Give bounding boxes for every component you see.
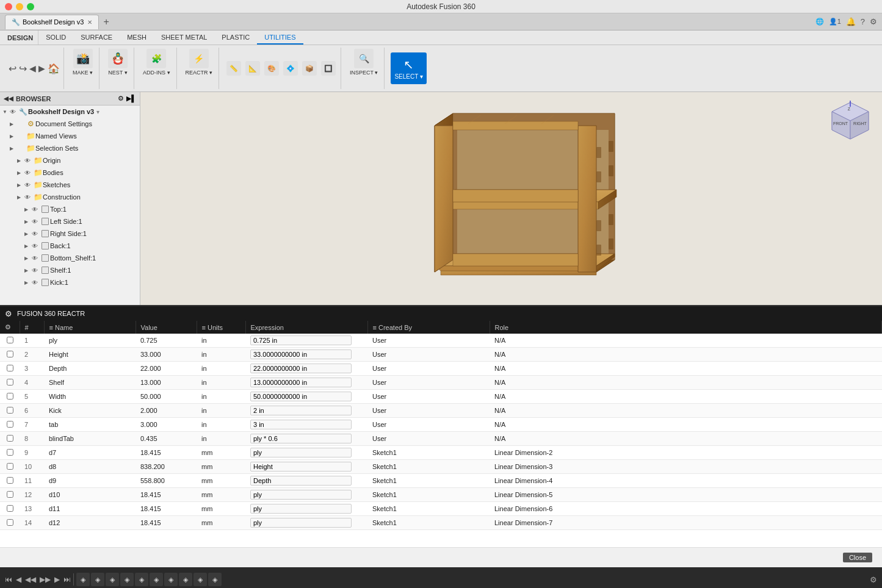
table-row[interactable]: 2 Height 33.000 in User N/A — [0, 348, 882, 362]
table-row[interactable]: 11 d9 558.800 mm Sketch1 Linear Dimensio… — [0, 474, 882, 488]
timeline-btn-8[interactable]: ◈ — [179, 573, 192, 586]
browser-item-shelf1[interactable]: ▶ 👁 Shelf:1 — [0, 264, 140, 276]
doc-tab[interactable]: 🔧 Bookshelf Design v3 ✕ — [5, 15, 99, 29]
browser-item-construction[interactable]: ▶ 👁 📁 Construction — [0, 191, 140, 203]
row-checkbox[interactable] — [0, 404, 20, 418]
timeline-btn-3[interactable]: ◈ — [106, 573, 119, 586]
table-row[interactable]: 6 Kick 2.000 in User N/A — [0, 404, 882, 418]
utility-btn-2[interactable]: 📐 — [244, 60, 261, 77]
table-row[interactable]: 14 d12 18.415 mm Sketch1 Linear Dimensio… — [0, 516, 882, 530]
browser-item-kick1[interactable]: ▶ 👁 Kick:1 — [0, 276, 140, 289]
row-expression[interactable] — [245, 474, 367, 488]
select-button[interactable]: ↖ SELECT ▾ — [391, 52, 427, 84]
row-checkbox[interactable] — [0, 488, 20, 502]
browser-item-bodies[interactable]: ▶ 👁 📁 Bodies — [0, 167, 140, 179]
table-row[interactable]: 3 Depth 22.000 in User N/A — [0, 362, 882, 376]
timeline-btn-5[interactable]: ◈ — [135, 573, 148, 586]
table-row[interactable]: 10 d8 838.200 mm Sketch1 Linear Dimensio… — [0, 460, 882, 474]
close-button[interactable] — [5, 3, 12, 10]
row-expression[interactable] — [245, 488, 367, 502]
play-prev-icon[interactable]: ◀ — [16, 575, 21, 584]
table-row[interactable]: 9 d7 18.415 mm Sketch1 Linear Dimension-… — [0, 446, 882, 460]
browser-root[interactable]: ▼ 👁 🔧 Bookshelf Design v3 ▾ — [0, 106, 140, 118]
row-expression[interactable] — [245, 404, 367, 418]
viewcube[interactable]: Z FRONT RIGHT — [826, 99, 875, 142]
row-expression[interactable] — [245, 516, 367, 530]
row-expression[interactable] — [245, 502, 367, 516]
utility-btn-5[interactable]: 📦 — [301, 60, 318, 77]
row-checkbox[interactable] — [0, 390, 20, 404]
utility-btn-4[interactable]: 💠 — [282, 60, 299, 77]
row-checkbox[interactable] — [0, 516, 20, 530]
row-checkbox[interactable] — [0, 446, 20, 460]
timeline-btn-10[interactable]: ◈ — [208, 573, 222, 586]
play-back-icon[interactable]: ◀◀ — [25, 575, 36, 584]
table-row[interactable]: 13 d11 18.415 mm Sketch1 Linear Dimensio… — [0, 502, 882, 516]
row-checkbox[interactable] — [0, 502, 20, 516]
table-row[interactable]: 7 tab 3.000 in User N/A — [0, 418, 882, 432]
timeline-settings-icon[interactable]: ⚙ — [870, 575, 877, 584]
close-parameters-button[interactable]: Close — [843, 553, 872, 562]
row-expression[interactable] — [245, 348, 367, 362]
tab-mesh[interactable]: MESH — [120, 30, 154, 45]
browser-back-icon[interactable]: ◀◀ — [4, 95, 13, 102]
reactr-button[interactable]: ⚡ REACTR ▾ — [184, 48, 214, 77]
tab-utilities[interactable]: UTILITIES — [257, 30, 303, 45]
table-row[interactable]: 12 d10 18.415 mm Sketch1 Linear Dimensio… — [0, 488, 882, 502]
maximize-button[interactable] — [27, 3, 34, 10]
timeline-btn-4[interactable]: ◈ — [120, 573, 134, 586]
help-icon[interactable]: ? — [861, 17, 865, 26]
nest-button[interactable]: 🪆 NEST ▾ — [107, 48, 129, 77]
make-button[interactable]: 📸 MAKE ▾ — [71, 48, 94, 77]
play-start-icon[interactable]: ⏮ — [5, 575, 12, 584]
play-next-icon[interactable]: ▶ — [54, 575, 60, 584]
row-checkbox[interactable] — [0, 432, 20, 446]
row-expression[interactable] — [245, 446, 367, 460]
browser-item-rightside1[interactable]: ▶ 👁 Right Side:1 — [0, 228, 140, 240]
row-expression[interactable] — [245, 390, 367, 404]
browser-item-doc-settings[interactable]: ▶ 👁 ⚙ Document Settings — [0, 118, 140, 130]
tab-surface[interactable]: SURFACE — [73, 30, 120, 45]
play-end-icon[interactable]: ⏭ — [63, 575, 71, 584]
row-checkbox[interactable] — [0, 362, 20, 376]
row-checkbox[interactable] — [0, 460, 20, 474]
timeline-btn-6[interactable]: ◈ — [150, 573, 163, 586]
browser-settings-icon[interactable]: ⚙ — [118, 95, 124, 102]
row-expression[interactable] — [245, 376, 367, 390]
browser-item-leftside1[interactable]: ▶ 👁 Left Side:1 — [0, 215, 140, 228]
row-checkbox[interactable] — [0, 376, 20, 390]
play-forward-icon[interactable]: ▶▶ — [40, 575, 51, 584]
browser-item-selection-sets[interactable]: ▶ 👁 📁 Selection Sets — [0, 142, 140, 154]
viewport[interactable]: Z FRONT RIGHT — [140, 92, 882, 305]
row-expression[interactable] — [245, 418, 367, 432]
browser-item-top1[interactable]: ▶ 👁 Top:1 — [0, 203, 140, 215]
row-checkbox[interactable] — [0, 334, 20, 348]
table-row[interactable]: 5 Width 50.000 in User N/A — [0, 390, 882, 404]
utility-btn-1[interactable]: 📏 — [225, 60, 242, 77]
undo-icon[interactable]: ↩ — [9, 63, 16, 74]
utility-btn-3[interactable]: 🎨 — [263, 60, 280, 77]
back-icon[interactable]: ◀ — [29, 63, 36, 73]
settings-icon[interactable]: ⚙ — [870, 17, 877, 26]
tab-solid[interactable]: SOLID — [38, 30, 73, 45]
home-icon[interactable]: 🏠 — [48, 63, 60, 74]
row-checkbox[interactable] — [0, 474, 20, 488]
browser-item-back1[interactable]: ▶ 👁 Back:1 — [0, 240, 140, 252]
new-tab-button[interactable]: + — [100, 16, 112, 28]
table-row[interactable]: 1 ply 0.725 in User N/A — [0, 334, 882, 348]
utility-btn-6[interactable]: 🔲 — [320, 60, 337, 77]
minimize-button[interactable] — [16, 3, 23, 10]
redo-icon[interactable]: ↪ — [19, 63, 27, 74]
row-expression[interactable] — [245, 334, 367, 348]
tab-plastic[interactable]: PLASTIC — [214, 30, 257, 45]
timeline-btn-7[interactable]: ◈ — [164, 573, 178, 586]
table-row[interactable]: 8 blindTab 0.435 in User N/A — [0, 432, 882, 446]
browser-item-sketches[interactable]: ▶ 👁 📁 Sketches — [0, 179, 140, 191]
browser-item-bottomshelf1[interactable]: ▶ 👁 Bottom_Shelf:1 — [0, 252, 140, 264]
row-checkbox[interactable] — [0, 348, 20, 362]
browser-item-origin[interactable]: ▶ 👁 📁 Origin — [0, 154, 140, 167]
browser-item-named-views[interactable]: ▶ 👁 📁 Named Views — [0, 130, 140, 142]
timeline-btn-1[interactable]: ◈ — [76, 573, 90, 586]
forward-icon[interactable]: ▶ — [38, 63, 45, 73]
row-checkbox[interactable] — [0, 418, 20, 432]
